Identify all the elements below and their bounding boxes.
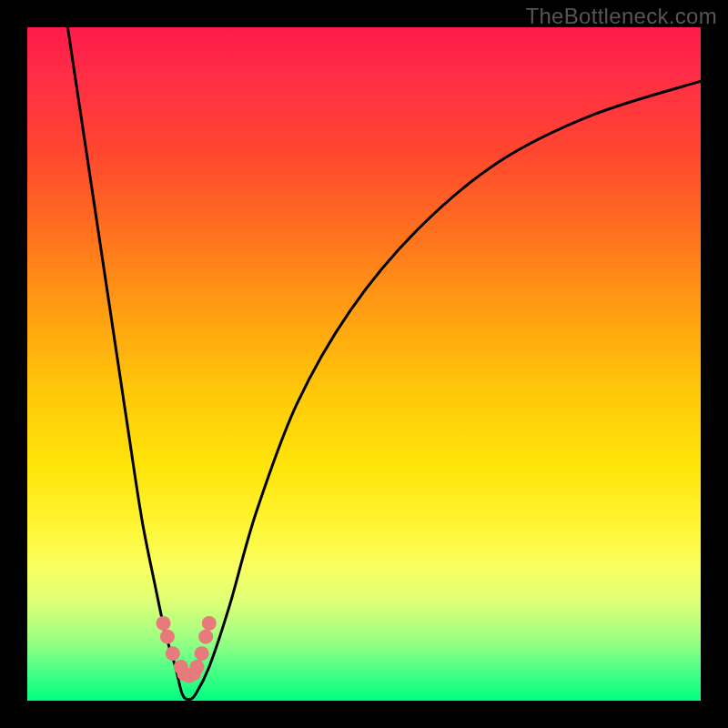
valley-bead <box>198 630 213 644</box>
valley-bead <box>160 630 175 644</box>
valley-bead <box>156 616 170 631</box>
valley-bead <box>166 646 180 661</box>
watermark-text: TheBottleneck.com <box>525 4 717 29</box>
valley-bead <box>202 616 217 631</box>
valley-bead <box>195 646 209 661</box>
valley-bead <box>189 660 204 674</box>
curve-layer <box>27 27 701 701</box>
bottleneck-curve <box>67 27 701 700</box>
plot-area <box>27 27 701 701</box>
chart-frame: TheBottleneck.com <box>0 0 728 728</box>
